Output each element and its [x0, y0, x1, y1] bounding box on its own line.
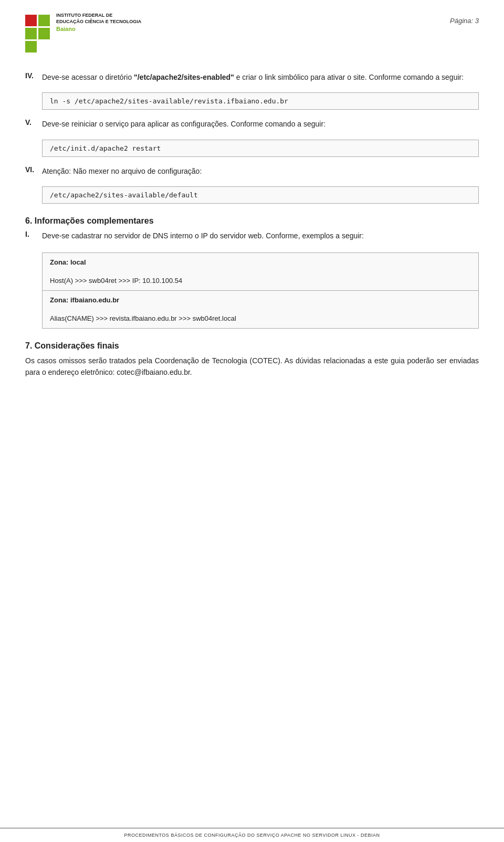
page-container: INSTITUTO FEDERAL DE EDUCAÇÃO CIÊNCIA E … [0, 0, 504, 842]
logo-cell-r3c2 [38, 41, 50, 52]
section-7-paragraph: Os casos omissos serão tratados pela Coo… [25, 355, 479, 378]
section-iv-paragraph: Deve-se acessar o diretório "/etc/apache… [42, 71, 464, 83]
section-vi-text: VI. Atenção: Não mexer no arquivo de con… [25, 165, 479, 182]
header: INSTITUTO FEDERAL DE EDUCAÇÃO CIÊNCIA E … [0, 0, 504, 61]
logo-grid [25, 15, 50, 52]
logo-institute-name: INSTITUTO FEDERAL DE EDUCAÇÃO CIÊNCIA E … [56, 13, 141, 25]
section-v: V. Deve-se reiniciar o serviço para apli… [25, 118, 479, 156]
section-6-i-item: I. Deve-se cadastrar no servidor de DNS … [25, 230, 479, 247]
section-v-label: V. [25, 118, 38, 135]
section-v-text: V. Deve-se reiniciar o serviço para apli… [25, 118, 479, 135]
section-iv-command: ln -s /etc/apache2/sites-available/revis… [42, 92, 479, 110]
dns-zone2-alias: Alias(CNAME) >>> revista.ifbaiano.edu.br… [43, 309, 478, 328]
section-iv: IV. Deve-se acessar o diretório "/etc/ap… [25, 71, 479, 110]
section-iv-label: IV. [25, 71, 38, 88]
section-v-paragraph: Deve-se reiniciar o serviço para aplicar… [42, 118, 326, 130]
section-vi-command: /etc/apache2/sites-available/default [42, 186, 479, 204]
main-content: IV. Deve-se acessar o diretório "/etc/ap… [0, 61, 504, 417]
logo-cell-r1c1 [25, 15, 37, 26]
logo-baiano: Baiano [56, 26, 141, 32]
section-iv-text: IV. Deve-se acessar o diretório "/etc/ap… [25, 71, 479, 88]
logo-area: INSTITUTO FEDERAL DE EDUCAÇÃO CIÊNCIA E … [25, 13, 141, 52]
logo-cell-r2c1 [25, 28, 37, 39]
section-6-i-label: I. [25, 230, 38, 247]
logo-cell-r1c2 [38, 15, 50, 26]
section-7-title: 7. Considerações finais [25, 341, 479, 351]
dns-box: Zona: local Host(A) >>> swb04ret >>> IP:… [42, 252, 479, 329]
section-6: 6. Informações complementares I. Deve-se… [25, 216, 479, 328]
footer: PROCEDIMENTOS BÁSICOS DE CONFIGURAÇÃO DO… [0, 828, 504, 842]
section-vi-paragraph: Atenção: Não mexer no arquivo de configu… [42, 165, 202, 177]
logo-cell-r2c2 [38, 28, 50, 39]
section-v-command: /etc/init.d/apache2 restart [42, 140, 479, 157]
section-6-title: 6. Informações complementares [25, 216, 479, 226]
section-vi-label: VI. [25, 165, 38, 182]
footer-text: PROCEDIMENTOS BÁSICOS DE CONFIGURAÇÃO DO… [25, 833, 479, 838]
section-7: 7. Considerações finais Os casos omissos… [25, 341, 479, 378]
dns-zone2-header: Zona: ifbaiano.edu.br [43, 290, 478, 310]
logo-cell-r3c1 [25, 41, 37, 52]
logo-text: INSTITUTO FEDERAL DE EDUCAÇÃO CIÊNCIA E … [56, 13, 141, 32]
section-vi: VI. Atenção: Não mexer no arquivo de con… [25, 165, 479, 204]
dns-zone1-header: Zona: local [43, 253, 478, 272]
dns-zone1-host: Host(A) >>> swb04ret >>> IP: 10.10.100.5… [43, 271, 478, 290]
page-number: Página: 3 [450, 17, 479, 25]
section-6-i-paragraph: Deve-se cadastrar no servidor de DNS int… [42, 230, 364, 241]
